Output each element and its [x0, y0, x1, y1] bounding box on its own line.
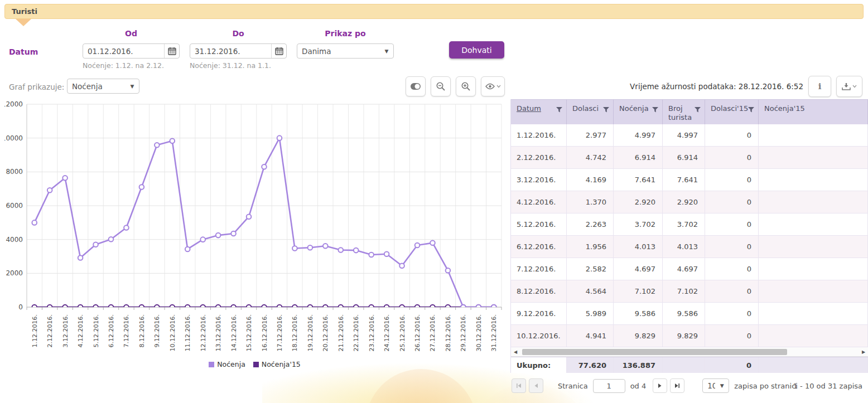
table-row[interactable]: 7.12.2016.2.5824.6974.6970: [511, 258, 868, 280]
filter-icon[interactable]: [748, 107, 754, 113]
prikaz-po-select[interactable]: Danima ▼: [297, 43, 394, 59]
od-column-label: Od: [83, 29, 180, 38]
module-tab-bar: Turisti: [4, 4, 864, 19]
table-cell: 0: [705, 258, 759, 280]
scroll-left-icon[interactable]: ◀: [511, 349, 520, 355]
chart-series-select[interactable]: Noćenja ▼: [67, 79, 139, 94]
table-cell: 0: [705, 236, 759, 258]
scrollbar-thumb[interactable]: [522, 349, 787, 355]
scroll-right-icon[interactable]: ▶: [859, 349, 868, 355]
line-chart: 0200040006000800010000120001.12.2016.2.1…: [4, 100, 505, 358]
table-cell: 4.997: [663, 124, 705, 147]
export-button[interactable]: [836, 76, 862, 97]
module-tab-title[interactable]: Turisti: [12, 7, 37, 16]
info-icon: i: [818, 81, 822, 91]
table-cell: [759, 280, 868, 303]
table-row[interactable]: 3.12.2016.4.1697.6417.6410: [511, 169, 868, 191]
zoom-out-button[interactable]: [431, 76, 451, 96]
chevron-down-icon: ▼: [126, 84, 139, 89]
table-cell: 0: [705, 303, 759, 325]
chevron-down-icon: [496, 85, 501, 88]
column-header-dolasci[interactable]: Dolasci: [567, 100, 614, 124]
calendar-icon[interactable]: [164, 44, 179, 58]
dohvati-button[interactable]: Dohvati: [449, 41, 504, 59]
grid-body: 1.12.2016.2.9774.9974.99702.12.2016.4.74…: [511, 124, 868, 347]
grid-header: DatumDolasciNoćenjaBroj turistaDolasci'1…: [511, 99, 868, 124]
chevron-down-icon: ▼: [715, 383, 729, 389]
table-row[interactable]: 9.12.2016.5.9899.5869.5860: [511, 303, 868, 325]
zoom-in-button[interactable]: [456, 76, 476, 96]
stranica-label: Stranica: [558, 382, 588, 390]
info-button[interactable]: i: [808, 76, 831, 97]
svg-text:2.12.2016.: 2.12.2016.: [46, 314, 54, 347]
page-size-value: 10: [703, 381, 715, 390]
series-visibility-button[interactable]: [481, 76, 505, 96]
filter-icon[interactable]: [556, 107, 562, 113]
last-page-button[interactable]: [670, 378, 684, 393]
chart-legend: NoćenjaNoćenja'15: [4, 360, 505, 368]
table-row[interactable]: 5.12.2016.2.2633.7023.7020: [511, 213, 868, 236]
prev-page-button[interactable]: [529, 378, 543, 393]
svg-text:4000: 4000: [6, 236, 23, 244]
date-from-field: [83, 43, 180, 59]
zoom-in-icon: [461, 81, 471, 91]
filter-icon[interactable]: [603, 107, 609, 113]
table-cell: 7.102: [614, 280, 663, 303]
svg-text:3.12.2016.: 3.12.2016.: [62, 314, 69, 347]
table-cell: [759, 258, 868, 280]
svg-text:10.12.2016.: 10.12.2016.: [169, 314, 176, 351]
page-number-input[interactable]: [593, 379, 625, 393]
table-cell: 4.697: [663, 258, 705, 280]
table-cell: 9.829: [663, 325, 705, 347]
table-row[interactable]: 6.12.2016.1.9564.0134.0130: [511, 236, 868, 258]
legend-item[interactable]: Noćenja: [209, 360, 245, 368]
column-header-no-enja[interactable]: Noćenja: [614, 100, 663, 124]
horizontal-scrollbar[interactable]: ◀ ▶: [511, 347, 868, 357]
table-cell: 3.702: [663, 213, 705, 236]
last-page-icon: [674, 383, 680, 389]
table-row[interactable]: 10.12.2016.4.9419.8299.8290: [511, 325, 868, 347]
table-cell: 1.956: [567, 236, 614, 258]
svg-text:8000: 8000: [6, 168, 23, 176]
column-header-dolasci-15[interactable]: Dolasci'15: [705, 100, 759, 124]
table-cell: 2.977: [567, 124, 614, 147]
toggle-view-button[interactable]: [406, 76, 426, 96]
do-column-label: Do: [190, 29, 287, 38]
calendar-icon[interactable]: [271, 44, 286, 58]
date-to-input[interactable]: [190, 44, 271, 58]
svg-text:9.12.2016.: 9.12.2016.: [153, 314, 161, 347]
scrollbar-track[interactable]: [520, 348, 859, 356]
table-cell: 6.914: [663, 147, 705, 169]
table-row[interactable]: 8.12.2016.4.5647.1027.1020: [511, 280, 868, 303]
svg-text:8.12.2016.: 8.12.2016.: [138, 314, 146, 347]
filter-icon[interactable]: [652, 107, 658, 113]
page-count-label: od 4: [630, 382, 647, 390]
date-from-input[interactable]: [83, 44, 164, 58]
svg-text:21.12.2016.: 21.12.2016.: [337, 314, 345, 351]
table-cell: [759, 147, 868, 169]
svg-text:23.12.2016.: 23.12.2016.: [368, 314, 375, 351]
table-cell: 4.997: [614, 124, 663, 147]
svg-text:0: 0: [18, 303, 23, 311]
table-cell: [759, 213, 868, 236]
table-cell: 0: [705, 280, 759, 303]
next-page-button[interactable]: [653, 378, 667, 393]
table-row[interactable]: 4.12.2016.1.3702.9202.9200: [511, 191, 868, 213]
column-header-datum[interactable]: Datum: [511, 100, 567, 124]
first-page-button[interactable]: [512, 378, 526, 393]
legend-item[interactable]: Noćenja'15: [253, 360, 301, 368]
download-icon: [842, 82, 851, 91]
table-cell: 4.697: [614, 258, 663, 280]
toggle-icon: [410, 82, 421, 90]
svg-text:6000: 6000: [6, 202, 23, 210]
filter-icon[interactable]: [695, 107, 701, 113]
table-cell: 9.12.2016.: [511, 303, 567, 325]
column-header-no-enja-15[interactable]: Noćenja'15: [759, 100, 868, 124]
column-header-broj-turista[interactable]: Broj turista: [663, 100, 705, 124]
table-cell: 10.12.2016.: [511, 325, 567, 347]
table-row[interactable]: 2.12.2016.4.7426.9146.9140: [511, 147, 868, 169]
table-cell: 3.702: [614, 213, 663, 236]
next-page-icon: [657, 383, 663, 389]
page-size-select[interactable]: 10 ▼: [702, 378, 729, 393]
table-row[interactable]: 1.12.2016.2.9774.9974.9970: [511, 124, 868, 147]
